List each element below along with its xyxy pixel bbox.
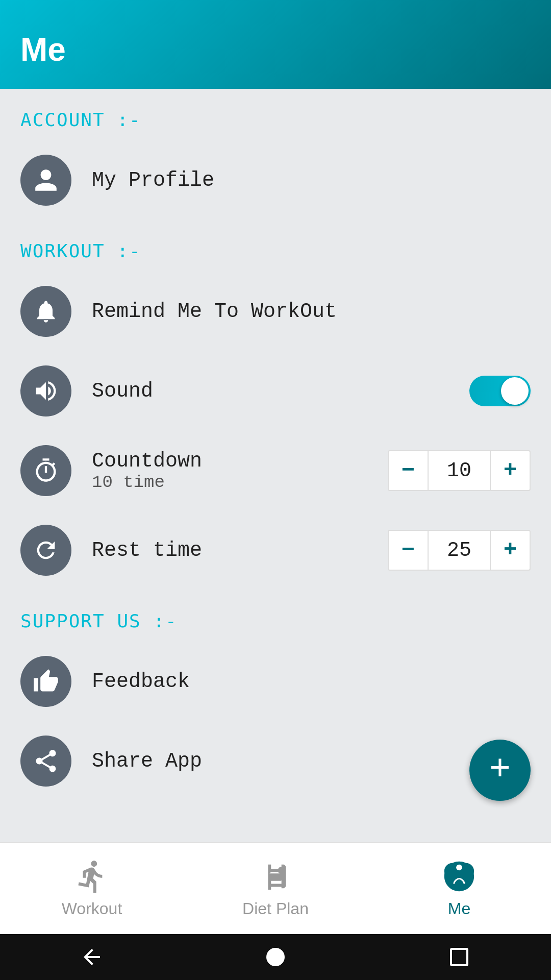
share-icon <box>33 748 59 774</box>
menu-item-feedback[interactable]: Feedback <box>0 642 551 721</box>
main-content: ACCOUNT :- My Profile WORKOUT :- Remind … <box>0 89 551 842</box>
svg-point-0 <box>278 867 285 874</box>
thumbup-icon <box>33 668 59 695</box>
me-nav-label: Me <box>448 899 470 918</box>
menu-item-remind-workout[interactable]: Remind Me To WorkOut <box>0 272 551 351</box>
me-nav-icon <box>441 859 477 894</box>
tab-workout[interactable]: Workout <box>0 850 184 926</box>
rest-time-label: Rest time <box>92 539 388 562</box>
recents-button[interactable] <box>444 942 474 972</box>
volume-icon-circle <box>20 365 71 416</box>
timer-icon-circle <box>20 445 71 496</box>
menu-item-rest-time: Rest time − 25 + <box>0 510 551 590</box>
thumbup-icon-circle <box>20 656 71 707</box>
app-header: Me <box>0 0 551 89</box>
profile-icon-circle <box>20 155 71 206</box>
svg-point-2 <box>266 948 285 966</box>
fab-plus-icon: + <box>489 752 511 788</box>
back-button[interactable] <box>77 942 107 972</box>
svg-point-1 <box>456 865 462 871</box>
menu-item-my-profile[interactable]: My Profile <box>0 140 551 220</box>
fab-button[interactable]: + <box>469 740 531 801</box>
diet-plan-nav-label: Diet Plan <box>242 899 309 918</box>
my-profile-label: My Profile <box>92 169 531 192</box>
system-nav-bar <box>0 934 551 980</box>
share-icon-circle <box>20 736 71 787</box>
section-account-header: ACCOUNT :- <box>0 89 551 140</box>
tab-me[interactable]: Me <box>367 850 551 926</box>
countdown-minus-btn[interactable]: − <box>388 450 429 491</box>
refresh-icon <box>33 537 59 564</box>
timer-icon <box>33 457 59 484</box>
refresh-icon-circle <box>20 525 71 576</box>
remind-workout-label: Remind Me To WorkOut <box>92 300 531 323</box>
bell-icon-circle <box>20 286 71 337</box>
menu-item-countdown: Countdown 10 time − 10 + <box>0 431 551 510</box>
countdown-label: Countdown <box>92 450 388 473</box>
feedback-label: Feedback <box>92 670 531 693</box>
countdown-value: 10 <box>429 450 490 491</box>
rest-time-stepper: − 25 + <box>388 530 531 571</box>
section-support-header: SUPPORT US :- <box>0 590 551 642</box>
svg-rect-3 <box>451 949 467 965</box>
tab-diet-plan[interactable]: Diet Plan <box>184 850 367 926</box>
countdown-stepper: − 10 + <box>388 450 531 491</box>
workout-nav-label: Workout <box>62 899 122 918</box>
rest-time-value: 25 <box>429 530 490 571</box>
share-app-label: Share App <box>92 750 531 773</box>
rest-time-plus-btn[interactable]: + <box>490 530 531 571</box>
volume-icon <box>33 378 59 404</box>
sound-label: Sound <box>92 380 469 403</box>
toggle-knob <box>501 377 529 405</box>
menu-item-share-app[interactable]: Share App + <box>0 721 551 801</box>
countdown-plus-btn[interactable]: + <box>490 450 531 491</box>
section-support: SUPPORT US :- Feedback Share App + <box>0 590 551 801</box>
workout-nav-icon <box>74 859 110 894</box>
section-workout: WORKOUT :- Remind Me To WorkOut Sound <box>0 220 551 590</box>
page-title: Me <box>20 31 66 68</box>
home-button[interactable] <box>260 942 291 972</box>
countdown-sublabel: 10 time <box>92 473 388 492</box>
person-icon <box>33 167 59 193</box>
bell-icon <box>33 298 59 325</box>
rest-time-minus-btn[interactable]: − <box>388 530 429 571</box>
bottom-nav: Workout Diet Plan Me <box>0 842 551 934</box>
section-workout-header: WORKOUT :- <box>0 220 551 272</box>
section-account: ACCOUNT :- My Profile <box>0 89 551 220</box>
diet-plan-nav-icon <box>258 859 293 894</box>
menu-item-sound[interactable]: Sound <box>0 351 551 431</box>
sound-toggle[interactable] <box>469 376 531 406</box>
